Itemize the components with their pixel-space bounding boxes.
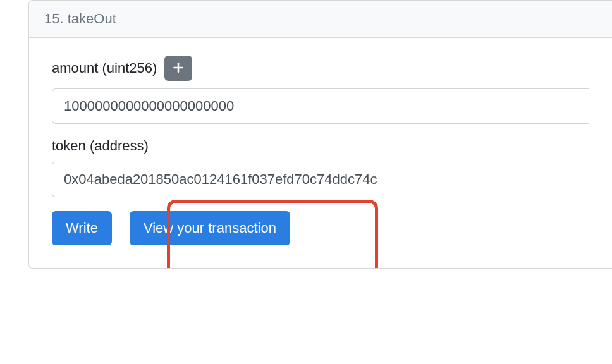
panel-header[interactable]: 15. takeOut [29, 1, 612, 38]
field-amount: amount (uint256) [52, 56, 589, 124]
add-input-button[interactable] [164, 56, 192, 81]
token-label: token (address) [52, 138, 149, 154]
view-transaction-button[interactable]: View your transaction [130, 211, 290, 245]
function-panel: 15. takeOut amount (uint256) [28, 0, 612, 269]
button-row: Write View your transaction [52, 211, 589, 245]
token-input[interactable] [52, 162, 589, 197]
panel-body: amount (uint256) token (address) [29, 38, 612, 268]
field-token: token (address) [52, 138, 589, 197]
write-button[interactable]: Write [52, 211, 112, 245]
amount-label: amount (uint256) [52, 60, 157, 76]
plus-icon [172, 61, 185, 76]
view-transaction-label: View your transaction [144, 220, 276, 236]
panel-title: 15. takeOut [44, 11, 116, 27]
amount-input[interactable] [52, 88, 589, 124]
write-button-label: Write [66, 220, 98, 236]
